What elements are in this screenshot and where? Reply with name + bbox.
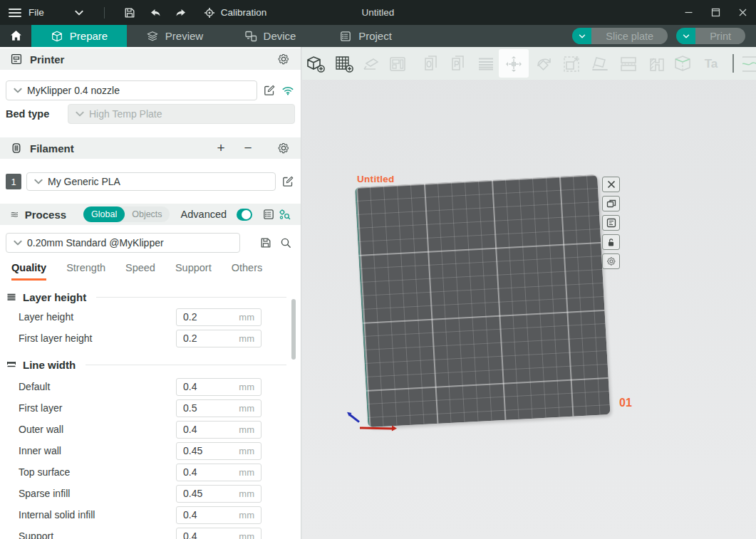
- line-width-support-input[interactable]: 0.4 mm: [176, 528, 262, 539]
- file-dropdown-button[interactable]: [68, 4, 90, 22]
- advanced-toggle[interactable]: [237, 209, 252, 221]
- edit-filament-button[interactable]: [281, 174, 295, 189]
- scale-tool-button[interactable]: [559, 52, 584, 76]
- print-button[interactable]: Print: [676, 28, 745, 44]
- add-plate-button[interactable]: [332, 52, 356, 76]
- line-width-outer-wall-input[interactable]: 0.4 mm: [176, 421, 262, 439]
- remove-filament-button[interactable]: −: [241, 141, 255, 155]
- print-options-dropdown[interactable]: [676, 28, 695, 44]
- slice-options-dropdown[interactable]: [572, 28, 591, 44]
- variable-layer-height-button[interactable]: [474, 52, 498, 76]
- close-icon: [738, 8, 747, 17]
- slice-plate-button[interactable]: Slice plate: [572, 28, 668, 44]
- tab-project[interactable]: Project: [318, 25, 413, 47]
- scope-objects[interactable]: Objects: [125, 209, 169, 219]
- sidebar-scrollbar[interactable]: [291, 299, 296, 360]
- line-width-first-layer-input[interactable]: 0.5 mm: [176, 399, 262, 417]
- print-label: Print: [695, 28, 745, 44]
- edit-printer-button[interactable]: [262, 83, 276, 98]
- arrange-plate-icon: [606, 199, 616, 209]
- line-width-group-header: Line width: [0, 357, 301, 372]
- param-row: Inner wall 0.45 mm: [0, 441, 301, 460]
- delete-plate-button[interactable]: [602, 177, 620, 192]
- add-filament-button[interactable]: +: [214, 141, 228, 155]
- file-menu-button[interactable]: File: [9, 4, 44, 22]
- home-button[interactable]: [0, 25, 31, 47]
- arrange-plate-button[interactable]: [602, 196, 620, 211]
- tab-others[interactable]: Others: [232, 262, 263, 278]
- line-width-internal-solid-input[interactable]: 0.4 mm: [176, 506, 262, 524]
- lay-on-face-button[interactable]: [588, 52, 612, 76]
- arrange-button[interactable]: [385, 52, 410, 76]
- undo-button[interactable]: [145, 4, 166, 22]
- tab-support[interactable]: Support: [175, 262, 212, 278]
- lock-plate-button[interactable]: [602, 234, 620, 250]
- filament-preset-select[interactable]: My Generic PLA: [26, 172, 276, 191]
- tab-strength[interactable]: Strength: [66, 262, 105, 278]
- tab-speed[interactable]: Speed: [125, 262, 155, 278]
- minimize-button[interactable]: [675, 0, 702, 25]
- seam-painting-button[interactable]: [742, 52, 756, 76]
- redo-button[interactable]: [170, 4, 192, 22]
- file-menu-label: File: [29, 7, 44, 18]
- parameter-list-button[interactable]: [262, 207, 275, 221]
- save-preset-button[interactable]: [259, 236, 273, 250]
- auto-orient-button[interactable]: [359, 52, 383, 76]
- tab-bar: Prepare Preview Device Project Slice pla…: [0, 25, 756, 47]
- rotate-icon: [534, 53, 555, 75]
- split-to-objects-button[interactable]: [420, 52, 444, 76]
- scope-toggle[interactable]: Global Objects: [83, 206, 170, 222]
- printer-preset-select[interactable]: MyKlipper 0.4 nozzle: [6, 80, 257, 100]
- bed-type-select[interactable]: High Temp Plate: [68, 104, 295, 124]
- calibration-button[interactable]: Calibration: [203, 6, 267, 19]
- title-bar: File: [0, 0, 756, 25]
- plate-gear-button[interactable]: [602, 253, 620, 269]
- line-width-inner-wall-input[interactable]: 0.45 mm: [176, 442, 262, 460]
- mesh-boolean-button[interactable]: [670, 52, 695, 76]
- gears-search-icon: [278, 208, 291, 221]
- line-width-top-surface-input[interactable]: 0.4 mm: [176, 464, 262, 481]
- cut-tool-button[interactable]: [616, 52, 641, 76]
- viewport-canvas[interactable]: Untitled 01: [302, 80, 756, 539]
- line-width-default-input[interactable]: 0.4 mm: [176, 378, 262, 396]
- rotate-tool-button[interactable]: [532, 52, 556, 76]
- home-icon: [9, 29, 23, 43]
- scope-global[interactable]: Global: [83, 206, 125, 222]
- tab-quality[interactable]: Quality: [11, 262, 46, 281]
- maximize-icon: [711, 8, 720, 17]
- first-layer-height-input[interactable]: 0.2 mm: [176, 330, 262, 347]
- tab-prepare[interactable]: Prepare: [31, 25, 127, 47]
- filament-slot-badge[interactable]: 1: [6, 174, 21, 189]
- gear-icon: [277, 53, 290, 66]
- filament-settings-button[interactable]: [276, 141, 291, 155]
- tab-device[interactable]: Device: [222, 25, 318, 47]
- compare-presets-button[interactable]: [278, 207, 291, 221]
- printer-connection-button[interactable]: [281, 83, 295, 98]
- tab-preview[interactable]: Preview: [127, 25, 222, 47]
- process-preset-select[interactable]: 0.20mm Standard @MyKlipper: [6, 233, 240, 253]
- search-settings-button[interactable]: [279, 236, 293, 250]
- build-plate[interactable]: [355, 174, 611, 427]
- move-tool-button[interactable]: [502, 52, 526, 76]
- printer-settings-button[interactable]: [276, 52, 291, 66]
- save-button[interactable]: [119, 4, 140, 22]
- add-object-button[interactable]: [304, 52, 328, 76]
- process-section-header: Process Global Objects Advanced: [0, 204, 301, 225]
- seam-icon: [742, 53, 756, 75]
- maximize-button[interactable]: [702, 0, 729, 25]
- chevron-down-icon: [12, 85, 24, 96]
- project-icon: [339, 30, 352, 43]
- lay-flat-icon: [589, 53, 611, 75]
- viewport-3d[interactable]: Ta Untitled 01: [302, 47, 756, 539]
- text-tool-button[interactable]: Ta: [699, 52, 723, 76]
- layer-height-input[interactable]: 0.2 mm: [176, 308, 262, 326]
- plate-name-label[interactable]: Untitled: [357, 174, 395, 184]
- x-axis-indicator: [360, 427, 393, 429]
- split-to-parts-button[interactable]: [447, 52, 471, 76]
- process-preset-value: 0.20mm Standard @MyKlipper: [27, 237, 164, 248]
- boolean-cube-icon: [672, 53, 693, 75]
- color-painting-button[interactable]: [645, 52, 669, 76]
- plate-settings-button[interactable]: [602, 215, 620, 231]
- close-button[interactable]: [729, 0, 756, 25]
- line-width-sparse-infill-input[interactable]: 0.45 mm: [176, 485, 262, 503]
